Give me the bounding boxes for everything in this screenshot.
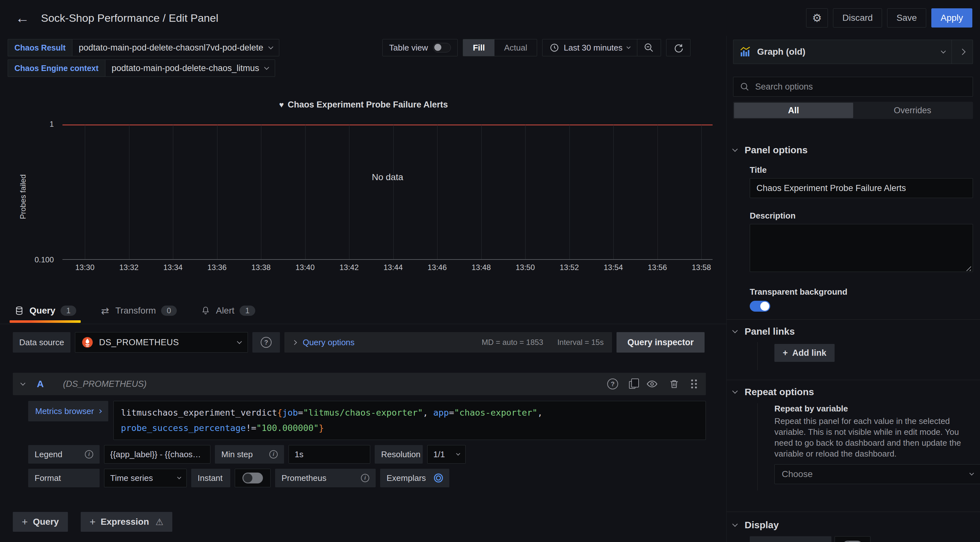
add-expression-button[interactable]: + Expression ⚠ [81,512,173,532]
code-token: } [319,423,324,433]
collapse-chevron-icon[interactable] [21,380,25,385]
y-axis-tick-label: 1 [10,120,54,128]
resolution-select[interactable]: 1/1 [427,445,466,464]
query-inspector-button[interactable]: Query inspector [617,332,705,353]
search-options-input[interactable] [755,82,966,92]
query-actions: ? [607,378,698,390]
panel-title-input[interactable] [750,178,973,198]
query-options-link[interactable]: Query options [303,338,355,347]
plus-icon: + [783,348,788,358]
toggle-viz-picker-button[interactable] [951,40,973,64]
chevron-down-icon [732,328,738,333]
table-view-toggle[interactable] [433,43,451,52]
transparent-background-toggle[interactable] [750,301,770,312]
tab-transform[interactable]: ⇄ Transform 0 [95,298,181,323]
panel-links-section-header[interactable]: Panel links [733,326,973,337]
code-token: { [277,407,282,418]
alert-threshold-line [62,124,713,125]
x-axis-tick-label: 13:54 [604,263,623,272]
save-button[interactable]: Save [887,8,926,27]
promql-expression-editor[interactable]: litmuschaos_experiment_verdict{job="litm… [113,401,706,440]
tab-alert[interactable]: Alert 1 [196,298,260,323]
header-actions: ⚙ Discard Save Apply [806,8,972,27]
apply-button[interactable]: Apply [931,8,972,27]
add-link-button[interactable]: + Add link [775,344,835,362]
duplicate-query-icon[interactable] [629,381,635,389]
refresh-button[interactable] [666,39,690,56]
legend-label: Legendi [28,445,100,464]
datasource-help-button[interactable]: ? [252,332,280,353]
tab-count-badge: 1 [60,306,76,316]
repeat-options-section-header[interactable]: Repeat options [733,387,973,398]
help-icon: ? [261,337,272,348]
plus-icon: + [90,516,96,528]
delete-query-trash-icon[interactable] [669,379,679,389]
variable-label: Chaos Result [8,39,72,56]
alert-heart-icon: ♥ [279,100,284,109]
database-icon [14,306,24,316]
chevron-right-icon [959,49,966,55]
bars-toggle-box [835,536,870,542]
query-body: Metrics browser litmuschaos_experiment_v… [13,401,706,487]
no-data-message: No data [62,172,713,182]
drag-handle-icon[interactable] [690,379,698,389]
query-editor-card: A (DS_PROMETHEUS) ? Metrics browser litm… [13,373,706,487]
add-query-button[interactable]: + Query [13,512,68,532]
table-view-label: Table view [389,43,428,53]
code-token: , [538,407,542,418]
datasource-select[interactable]: DS_PROMETHEUS [75,332,248,353]
query-options-summary: MD = auto = 1853 Interval = 15s [482,338,604,347]
x-axis-tick-label: 13:40 [295,263,315,272]
x-axis-tick-label: 13:30 [75,263,94,272]
prometheus-icon [82,337,93,348]
min-step-input[interactable] [288,445,370,464]
actual-option[interactable]: Actual [495,40,537,56]
chart-gridline [570,125,570,259]
x-axis-tick-label: 13:52 [560,263,579,272]
repeat-by-variable-label: Repeat by variable [775,404,973,414]
fill-option[interactable]: Fill [463,40,495,56]
exemplars-target-icon[interactable] [434,474,443,482]
panel-options-section-header[interactable]: Panel options [733,144,973,155]
chevron-right-icon [98,409,102,414]
datasource-name: DS_PROMETHEUS [99,338,179,347]
instant-toggle[interactable] [242,472,263,483]
panel-description-textarea[interactable] [750,224,973,272]
variable-value-dropdown[interactable]: podtato-main-pod-delete-chaos_litmus [105,60,275,77]
format-select[interactable]: Time series [104,469,187,487]
time-range-picker[interactable]: Last 30 minutes [542,40,637,56]
tab-query[interactable]: Query 1 [10,298,81,323]
variable-value-dropdown[interactable]: podtato-main-pod-delete-chaosnl7vd-pod-d… [72,39,279,56]
back-arrow-icon[interactable]: ← [15,11,29,25]
divider [727,319,980,320]
chevron-down-icon [732,147,738,152]
legend-input[interactable] [104,445,210,464]
metrics-browser-button[interactable]: Metrics browser [28,401,108,422]
query-help-icon[interactable]: ? [607,379,618,389]
panel-settings-button[interactable]: ⚙ [806,8,828,27]
table-view-group: Table view [382,39,458,56]
code-token: "100.000000" [256,423,319,433]
bars-toggle[interactable] [842,541,863,542]
instant-label: Instant [191,469,230,487]
plot-area[interactable]: No data [62,125,713,260]
chart-gridline [481,125,482,259]
x-axis-tick-label: 13:38 [251,263,270,272]
repeat-variable-select[interactable]: Choose [775,464,980,484]
filter-tab-overrides[interactable]: Overrides [853,103,972,118]
query-header[interactable]: A (DS_PROMETHEUS) ? [13,373,706,395]
chevron-down-icon [627,45,631,49]
x-axis-tick-label: 13:34 [163,263,183,272]
page-title: Sock-Shop Performance / Edit Panel [41,12,218,24]
discard-button[interactable]: Discard [833,8,882,27]
display-section-header[interactable]: Display [733,520,973,531]
query-options-bar[interactable]: Query options MD = auto = 1853 Interval … [285,332,612,353]
visualization-select[interactable]: Graph (old) [733,40,951,64]
refresh-icon [673,43,683,53]
divider [727,380,980,380]
zoom-out-button[interactable] [637,40,661,56]
visualization-picker: Graph (old) [733,40,973,64]
filter-tab-all[interactable]: All [734,103,853,118]
toggle-visibility-eye-icon[interactable] [646,378,658,390]
x-axis-tick-label: 13:48 [471,263,491,272]
